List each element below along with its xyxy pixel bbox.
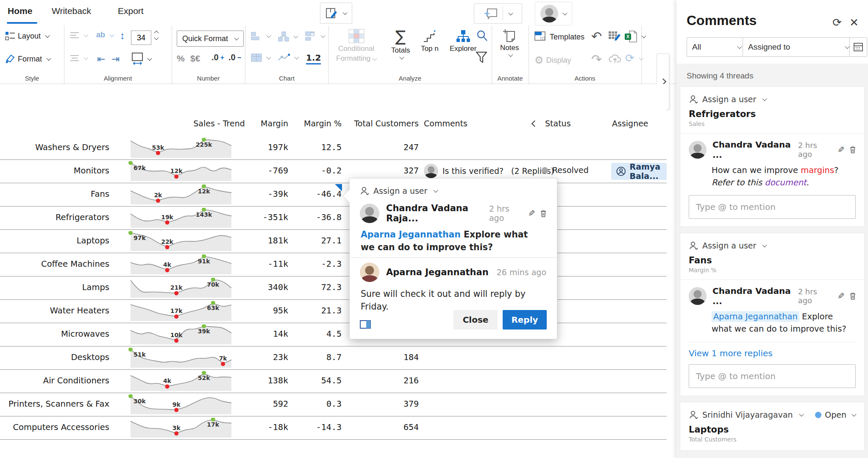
cell-margin[interactable]: 14k [234, 329, 288, 339]
cell-margin-pct[interactable]: 4.5 [285, 329, 342, 339]
currency-format-button[interactable]: $€ [190, 53, 200, 64]
conditional-formatting-button[interactable]: Conditional Formatting [336, 29, 376, 63]
close-panel-icon[interactable]: ✕ [849, 16, 859, 29]
tab-export[interactable]: Export [118, 6, 144, 16]
filter-assigned-to-dropdown[interactable]: Assigned to [743, 37, 854, 57]
row-height-icon[interactable]: ↕ [120, 30, 125, 42]
cell-margin-pct[interactable]: -2.3 [285, 259, 342, 269]
col-header-margin-pct[interactable]: Margin % [304, 119, 342, 128]
cell-margin[interactable]: -18k [234, 422, 288, 432]
chart-hierarchy-button[interactable] [278, 31, 298, 42]
cell-margin[interactable]: 592 [234, 399, 288, 409]
redo-button[interactable]: ↷ [591, 52, 602, 67]
chart-layout-button[interactable] [305, 31, 325, 41]
view-more-replies-link[interactable]: View 1 more replies [689, 342, 856, 358]
tab-home[interactable]: Home [8, 6, 32, 16]
delete-comment-icon[interactable] [850, 146, 856, 154]
add-comment-split-button[interactable] [474, 3, 522, 24]
cell-margin[interactable]: 95k [234, 305, 288, 316]
undo-button[interactable]: ↶ [591, 29, 602, 44]
cell-margin-pct[interactable]: 8.7 [285, 352, 342, 362]
cell-margin[interactable]: 197k [234, 142, 288, 152]
table-style-button[interactable] [251, 53, 270, 62]
filter-button[interactable] [476, 52, 487, 64]
writeback-matrix-button[interactable] [608, 31, 621, 42]
cell-margin[interactable]: 340k [234, 282, 288, 292]
collapse-columns-chevron[interactable] [531, 120, 538, 127]
table-row[interactable]: Microwaves39k10k14k4.5375 [0, 323, 667, 346]
cell-margin[interactable]: 23k [234, 352, 288, 362]
table-row[interactable]: Refrigerators143k19k-351k-36.8 [0, 207, 667, 230]
table-row[interactable]: Water Heaters63k17k95k21.3 [0, 300, 667, 323]
edit-comment-icon[interactable]: ✎ [837, 145, 845, 155]
popup-expand-panel-icon[interactable] [360, 320, 371, 329]
cell-total-customers[interactable]: 327 [363, 165, 419, 176]
delete-comment-icon[interactable] [540, 209, 546, 218]
cell-total-customers[interactable]: 654 [363, 422, 419, 432]
cell-margin-pct[interactable]: 72.3 [285, 282, 342, 292]
close-button[interactable]: Close [453, 310, 498, 330]
col-header-margin[interactable]: Margin [261, 119, 288, 128]
indent-button[interactable]: ⇥ [111, 53, 120, 65]
popup-assign-user[interactable]: Assign a user [360, 186, 437, 195]
decrease-decimal-button[interactable]: .0− [228, 53, 241, 62]
font-size-input[interactable] [131, 31, 151, 45]
decimal-display-button[interactable]: 1.2 [306, 53, 321, 64]
col-header-status[interactable]: Status [545, 119, 571, 128]
cell-total-customers[interactable]: 247 [363, 142, 419, 152]
col-header-total-customers[interactable]: Total Customers [354, 119, 419, 128]
table-row[interactable]: Computers Accessories17k3k-18k-14.3654 [0, 416, 667, 440]
export-excel-button[interactable]: X [624, 31, 645, 42]
sparkline-style-button[interactable] [278, 53, 298, 62]
notes-button[interactable]: Notes [500, 29, 519, 57]
table-row[interactable]: Lamps70k21k340k72.3 [0, 276, 667, 300]
col-header-sales-trend[interactable]: Sales - Trend [193, 119, 245, 128]
increase-decimal-button[interactable]: .0+ [211, 53, 224, 62]
cell-margin-pct[interactable]: -14.3 [285, 422, 342, 432]
cell-margin[interactable]: -769 [234, 165, 288, 176]
edit-comment-icon[interactable]: ✎ [528, 208, 535, 218]
table-row[interactable]: Air Conditioners52k4k138k54.5216 [0, 370, 667, 393]
document-link[interactable]: document [765, 178, 806, 187]
table-row[interactable]: Coffee Machines91k4k-11k-2.3 [0, 253, 667, 276]
font-size-stepper[interactable] [155, 31, 158, 40]
cell-margin-pct[interactable]: 12.5 [285, 142, 342, 152]
display-button[interactable]: ⚙ Display [534, 54, 571, 66]
assignee-chip[interactable]: Ramya Bala... [611, 163, 667, 180]
refresh-comments-icon[interactable]: ⟳ [832, 16, 842, 29]
mention-input[interactable]: Type @ to mention [689, 195, 856, 219]
cell-margin[interactable]: 181k [234, 235, 288, 246]
vertical-align-button[interactable] [70, 31, 88, 39]
cell-margin[interactable]: -11k [234, 259, 288, 269]
col-header-comments[interactable]: Comments [424, 119, 467, 128]
comment-marker-triangle[interactable] [335, 184, 342, 191]
table-row[interactable]: Printers, Scanners & Fax30k9k5920.3379 [0, 393, 667, 416]
edit-comment-icon[interactable]: ✎ [837, 291, 845, 301]
thread-assign-user[interactable]: Assign a user [689, 95, 856, 104]
refresh-button[interactable]: ⟳ [625, 52, 643, 65]
chart-type-bar-button[interactable] [251, 31, 270, 41]
explorer-button[interactable]: Explorer [450, 30, 476, 53]
mention-link[interactable]: Aparna Jegannathan [361, 229, 461, 240]
wrap-text-button[interactable]: ab [96, 31, 114, 39]
table-row[interactable]: Monitors67k12k-769-0.2327Is this verifie… [0, 160, 667, 183]
quick-format-dropdown[interactable]: Quick Format [177, 31, 244, 47]
thread-status[interactable]: Open [815, 410, 856, 419]
top-n-button[interactable]: Top n [421, 30, 439, 53]
thread-assign-user[interactable]: Assign a user [689, 241, 856, 250]
col-header-assignee[interactable]: Assignee [612, 119, 648, 128]
cell-total-customers[interactable]: 216 [363, 375, 419, 385]
search-button[interactable] [476, 30, 488, 42]
delete-comment-icon[interactable] [850, 292, 856, 300]
format-button[interactable]: Format [5, 54, 50, 64]
cell-margin-pct[interactable]: 54.5 [285, 375, 342, 385]
reply-button[interactable]: Reply [503, 310, 547, 330]
mention-input[interactable]: Type @ to mention [689, 364, 856, 388]
row-comment-preview[interactable]: Is this verified?(2 Replies) [424, 164, 554, 178]
cell-margin-pct[interactable]: 27.1 [285, 235, 342, 246]
table-row[interactable]: Laptops97k22k181k27.1 [0, 230, 667, 253]
layout-button[interactable]: Layout [5, 31, 49, 41]
table-row[interactable]: Washers & Dryers225k53k197k12.5247 [0, 137, 667, 160]
comments-grid-view-button[interactable] [849, 37, 867, 57]
cell-margin[interactable]: -39k [234, 189, 288, 199]
